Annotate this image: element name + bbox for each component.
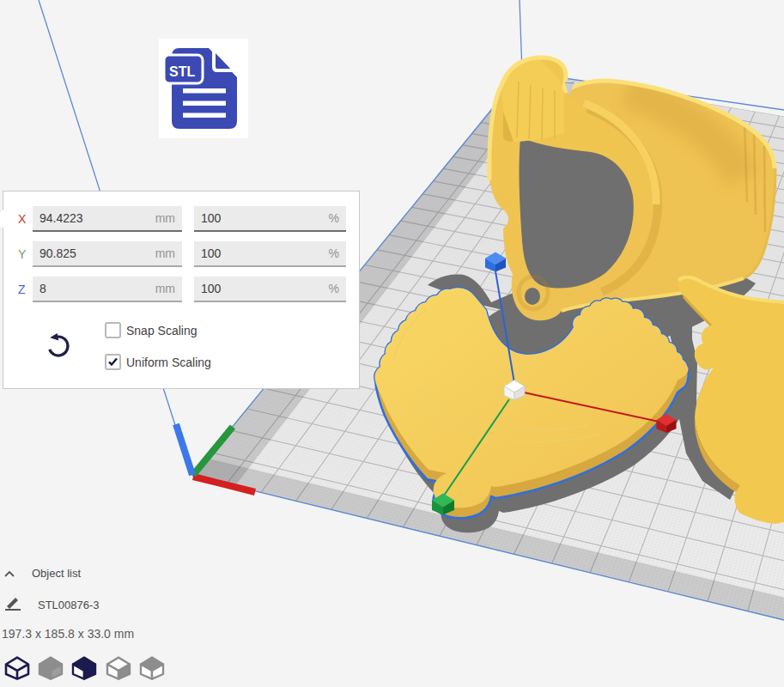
svg-text:STL: STL xyxy=(169,64,195,79)
